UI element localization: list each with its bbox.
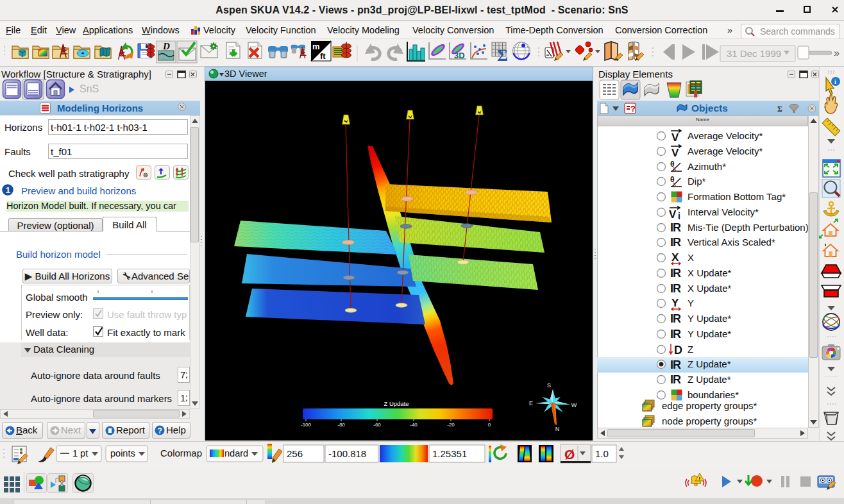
svg-text:ndard: ndard [224, 448, 248, 458]
svg-text:i: i [834, 78, 836, 85]
svg-text:Σ: Σ [777, 105, 782, 113]
svg-text:1: 1 [6, 185, 10, 195]
svg-text:Ø: Ø [564, 447, 575, 462]
svg-text:Vertical Axis Scaled*: Vertical Axis Scaled* [688, 237, 775, 248]
svg-text:S: S [547, 382, 551, 389]
svg-text:W: W [571, 402, 577, 408]
svg-text:X Update*: X Update* [688, 267, 732, 278]
svg-text:-80: -80 [337, 422, 345, 428]
svg-text:N: N [555, 426, 560, 432]
svg-text:31 Dec 1999: 31 Dec 1999 [727, 48, 781, 59]
svg-text:Average Velocity*: Average Velocity* [688, 130, 763, 141]
svg-text:ft: ft [320, 51, 326, 61]
svg-text:Y Update*: Y Update* [688, 328, 731, 339]
svg-text:1.0: 1.0 [595, 448, 609, 459]
svg-text:1 pt: 1 pt [72, 448, 88, 458]
svg-text:-60: -60 [373, 422, 381, 428]
svg-text:Y Update*: Y Update* [688, 313, 731, 324]
svg-text:Formation Bottom Tag*: Formation Bottom Tag* [688, 191, 786, 202]
svg-text:Z Update*: Z Update* [688, 374, 731, 385]
svg-text:boundaries*: boundaries* [688, 389, 739, 400]
svg-text:X Update*: X Update* [688, 283, 732, 294]
svg-text:edge property groups*: edge property groups* [662, 400, 757, 411]
svg-text:points: points [110, 448, 135, 458]
svg-text:D: D [162, 41, 170, 51]
svg-text:X: X [688, 252, 694, 263]
svg-text:Y: Y [688, 298, 694, 308]
svg-text:Z: Z [688, 344, 693, 355]
svg-text:-100: -100 [301, 422, 312, 428]
svg-text:1.25351: 1.25351 [432, 448, 467, 459]
svg-text:?: ? [630, 104, 636, 113]
svg-text:D: D [674, 344, 682, 357]
svg-text:Average Velocity*: Average Velocity* [688, 146, 763, 156]
svg-text:-20: -20 [447, 422, 455, 428]
svg-text:Z Update: Z Update [384, 400, 409, 407]
svg-text:-100.818: -100.818 [328, 448, 366, 459]
svg-text:!: ! [699, 476, 701, 482]
svg-text:-40: -40 [410, 422, 418, 428]
svg-text:Dip*: Dip* [688, 176, 706, 187]
svg-text:Azimuth*: Azimuth* [688, 161, 726, 172]
svg-text:node property groups*: node property groups* [662, 416, 757, 426]
svg-text:Z Update*: Z Update* [688, 358, 731, 369]
svg-text:»: » [834, 47, 840, 58]
svg-text:?: ? [158, 426, 162, 435]
svg-text:Interval Velocity*: Interval Velocity* [688, 206, 759, 217]
svg-text:0: 0 [488, 422, 491, 428]
svg-text:E: E [529, 400, 533, 407]
svg-text:X: X [671, 251, 679, 264]
svg-text:Colormap: Colormap [160, 448, 202, 458]
svg-text:Mis-Tie (Depth Perturbation): Mis-Tie (Depth Perturbation) [688, 222, 808, 233]
svg-text:m: m [312, 42, 320, 51]
svg-text:Σ: Σ [497, 46, 508, 65]
svg-text:i: i [678, 211, 680, 221]
svg-text:256: 256 [287, 448, 303, 459]
svg-text:3D: 3D [454, 51, 465, 60]
svg-text:V: V [669, 208, 677, 221]
svg-text:Y: Y [671, 297, 679, 309]
